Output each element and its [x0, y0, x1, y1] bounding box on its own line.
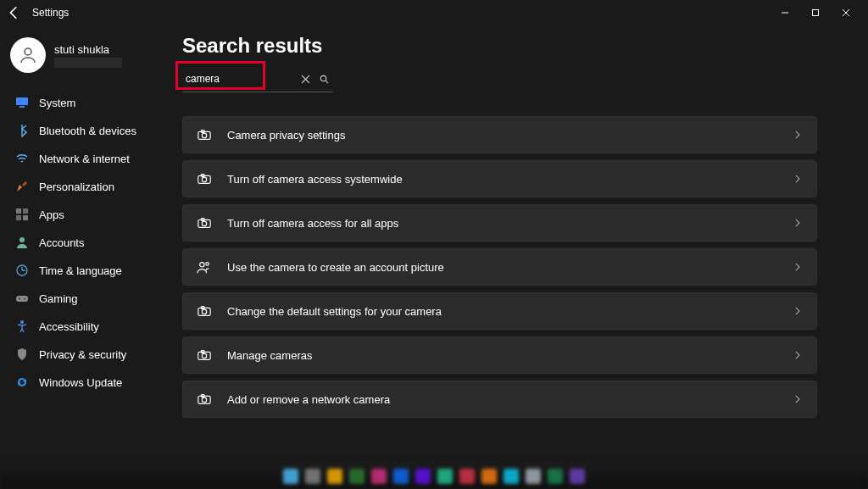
svg-point-19 — [202, 177, 206, 181]
result-label: Change the default settings for your cam… — [227, 305, 442, 318]
camera-icon — [197, 215, 212, 231]
sidebar-item-label: Apps — [39, 208, 64, 221]
svg-rect-5 — [23, 208, 28, 214]
sidebar-item-label: Windows Update — [39, 376, 122, 389]
profile-name: stuti shukla — [54, 43, 122, 56]
svg-rect-10 — [16, 296, 28, 302]
sidebar-item-label: Bluetooth & devices — [39, 125, 136, 137]
sidebar-item-label: Accessibility — [39, 320, 99, 333]
svg-point-30 — [202, 353, 206, 358]
result-label: Turn off camera access systemwide — [227, 173, 403, 186]
camera-icon — [197, 347, 212, 363]
search-row — [182, 69, 333, 92]
clear-search-button[interactable] — [296, 69, 314, 88]
profile[interactable]: stuti shukla — [10, 37, 165, 73]
network-icon — [15, 152, 29, 165]
profile-email-placeholder — [54, 58, 122, 68]
svg-point-24 — [200, 263, 204, 267]
search-input[interactable] — [182, 71, 275, 86]
camera-icon — [197, 392, 212, 407]
svg-point-14 — [320, 75, 326, 81]
close-button[interactable] — [831, 1, 861, 25]
result-label: Turn off camera access for all apps — [227, 217, 398, 230]
chevron-right-icon — [791, 349, 803, 361]
svg-point-33 — [202, 397, 206, 402]
avatar — [10, 37, 46, 73]
result-manage-cameras[interactable]: Manage cameras — [182, 336, 817, 374]
sidebar-item-time-language[interactable]: Time & language — [7, 258, 169, 283]
search-results: Camera privacy settings Turn off camera … — [182, 116, 817, 418]
sidebar-item-apps[interactable]: Apps — [7, 202, 169, 227]
svg-point-13 — [20, 320, 24, 324]
result-account-picture[interactable]: Use the camera to create an account pict… — [182, 248, 817, 286]
sidebar-item-accounts[interactable]: Accounts — [7, 230, 169, 255]
maximize-button[interactable] — [800, 1, 831, 25]
camera-icon — [197, 127, 212, 142]
result-turn-off-systemwide[interactable]: Turn off camera access systemwide — [182, 160, 817, 197]
sidebar-item-privacy[interactable]: Privacy & security — [7, 342, 169, 367]
nav: System Bluetooth & devices Network & int… — [7, 90, 169, 395]
svg-rect-7 — [23, 215, 28, 220]
accounts-icon — [15, 236, 29, 249]
chevron-right-icon — [791, 173, 803, 185]
result-label: Add or remove a network camera — [227, 393, 390, 406]
system-icon — [15, 96, 29, 109]
svg-rect-2 — [16, 97, 28, 105]
result-camera-privacy[interactable]: Camera privacy settings — [182, 116, 817, 153]
camera-icon — [197, 171, 212, 186]
svg-point-25 — [206, 263, 209, 266]
svg-rect-6 — [16, 215, 21, 220]
sidebar: stuti shukla System Bluetooth & devices … — [0, 25, 174, 464]
svg-point-16 — [202, 133, 206, 137]
svg-rect-4 — [16, 208, 21, 214]
sidebar-item-system[interactable]: System — [7, 90, 169, 115]
sidebar-item-network[interactable]: Network & internet — [7, 146, 169, 171]
sidebar-item-label: Time & language — [39, 264, 122, 277]
result-label: Use the camera to create an account pict… — [227, 261, 444, 274]
personalization-icon — [15, 180, 29, 193]
chevron-right-icon — [791, 393, 803, 405]
update-icon — [15, 375, 29, 389]
svg-rect-0 — [813, 10, 819, 16]
svg-point-11 — [19, 298, 20, 300]
privacy-icon — [15, 347, 29, 361]
sidebar-item-label: System — [39, 97, 75, 109]
search-button[interactable] — [314, 69, 333, 88]
taskbar[interactable] — [0, 464, 868, 489]
svg-point-1 — [25, 48, 31, 55]
chevron-right-icon — [791, 305, 803, 317]
main-content: Search results Camera privacy settings T… — [174, 25, 868, 464]
result-label: Camera privacy settings — [227, 129, 345, 142]
sidebar-item-label: Privacy & security — [39, 348, 126, 361]
chevron-right-icon — [791, 129, 803, 141]
time-language-icon — [15, 264, 29, 277]
svg-point-8 — [19, 237, 25, 242]
sidebar-item-label: Accounts — [39, 236, 84, 249]
result-turn-off-all-apps[interactable]: Turn off camera access for all apps — [182, 204, 817, 242]
sidebar-item-label: Gaming — [39, 292, 78, 305]
svg-point-12 — [24, 298, 25, 300]
result-network-camera[interactable]: Add or remove a network camera — [182, 381, 817, 418]
sidebar-item-gaming[interactable]: Gaming — [7, 286, 169, 311]
result-change-default[interactable]: Change the default settings for your cam… — [182, 292, 817, 330]
sidebar-item-bluetooth[interactable]: Bluetooth & devices — [7, 118, 169, 143]
sidebar-item-label: Network & internet — [39, 153, 130, 165]
accessibility-icon — [15, 320, 29, 333]
gaming-icon — [15, 292, 29, 305]
minimize-button[interactable] — [770, 1, 800, 25]
camera-icon — [197, 303, 212, 319]
bluetooth-icon — [15, 124, 29, 137]
result-label: Manage cameras — [227, 349, 312, 362]
titlebar: Settings — [0, 0, 868, 25]
sidebar-item-label: Personalization — [39, 181, 114, 193]
svg-rect-3 — [19, 106, 25, 108]
sidebar-item-windows-update[interactable]: Windows Update — [7, 370, 169, 395]
chevron-right-icon — [791, 217, 803, 229]
app-title: Settings — [32, 7, 69, 19]
sidebar-item-accessibility[interactable]: Accessibility — [7, 314, 169, 339]
sidebar-item-personalization[interactable]: Personalization — [7, 174, 169, 199]
svg-point-22 — [202, 221, 206, 225]
apps-icon — [15, 208, 29, 221]
back-button[interactable] — [7, 5, 22, 20]
page-title: Search results — [182, 34, 817, 58]
